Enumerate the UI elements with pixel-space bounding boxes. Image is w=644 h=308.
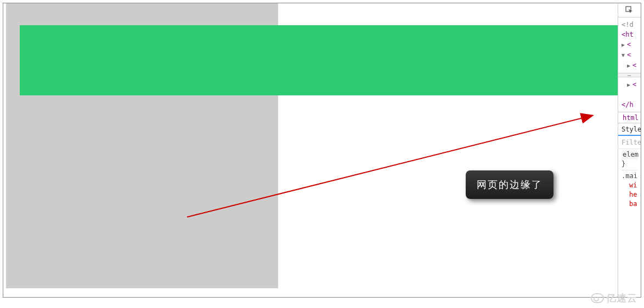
tab-styles[interactable]: Style — [622, 126, 641, 133]
dom-child-node[interactable]: < — [627, 41, 631, 48]
watermark-text: 亿速云 — [606, 292, 637, 305]
filter-input[interactable]: Filter — [622, 139, 641, 146]
css-property[interactable]: he — [622, 190, 637, 199]
expand-triangle-icon[interactable]: ▶ — [622, 40, 627, 50]
styles-pane[interactable]: elem } .mai wi he ba — [618, 149, 641, 210]
expand-triangle-icon[interactable]: ▶ — [627, 80, 632, 90]
dom-child-node[interactable]: < — [627, 51, 631, 59]
breadcrumb-item[interactable]: html — [623, 114, 639, 122]
collapse-triangle-icon[interactable]: ▼ — [622, 50, 627, 60]
css-property[interactable]: ba — [622, 199, 637, 209]
dom-child-node[interactable]: < — [632, 81, 636, 88]
dom-tree-continued[interactable]: ▶< </h — [618, 77, 641, 112]
expand-triangle-icon[interactable]: ▶ — [627, 61, 632, 71]
devtools-toolbar — [618, 3, 641, 18]
watermark: 亿速云 — [591, 292, 637, 305]
rendered-page: 网页的边缘了 — [3, 3, 618, 297]
styles-tabs: Style — [618, 123, 641, 136]
dom-tree[interactable]: <!d <ht ▶< ▼< ▶< — [618, 18, 641, 73]
css-property[interactable]: wi — [622, 181, 637, 190]
html-open-tag[interactable]: <ht — [622, 31, 634, 38]
viewport-frame: 网页的边缘了 <!d <ht ▶< ▼< ▶< ⋯ ▶< </h ht — [3, 3, 641, 298]
styles-filter[interactable]: Filter — [618, 136, 641, 149]
annotation-tooltip: 网页的边缘了 — [466, 170, 553, 199]
dom-text-node[interactable] — [630, 91, 634, 99]
main-selector[interactable]: .mai — [622, 172, 637, 180]
doctype-node[interactable]: <!d — [622, 21, 634, 28]
green-header-bar — [20, 25, 618, 95]
breadcrumb[interactable]: html — [618, 112, 641, 123]
devtools-drag-handle[interactable]: ⋯ — [618, 73, 641, 77]
inspect-element-icon[interactable] — [625, 6, 634, 15]
rule-close-brace: } — [622, 160, 625, 168]
annotation-text: 网页的边缘了 — [477, 179, 543, 190]
html-close-tag[interactable]: </h — [622, 101, 634, 109]
watermark-cloud-icon — [591, 293, 604, 303]
element-style-selector[interactable]: elem — [622, 150, 637, 159]
dom-child-node[interactable]: < — [632, 61, 636, 69]
devtools-panel: <!d <ht ▶< ▼< ▶< ⋯ ▶< </h html Style Fil… — [618, 3, 641, 297]
